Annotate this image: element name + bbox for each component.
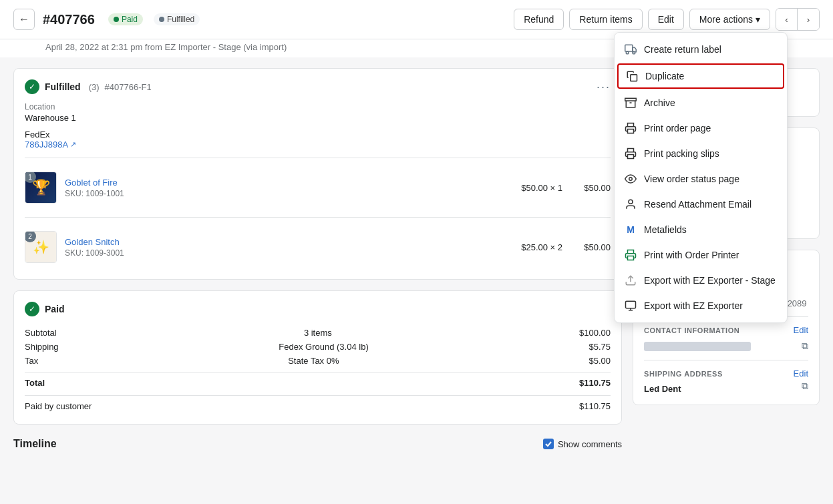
left-column: ✓ Fulfilled (3) #407766-F1 ··· Location …	[13, 68, 622, 493]
tracking-link[interactable]: 786JJ898A ↗	[25, 140, 611, 150]
svg-point-1	[626, 51, 629, 54]
snitch-price: $25.00 × 2	[521, 242, 562, 252]
snitch-thumbnail: 2	[25, 231, 57, 263]
location-row: Location Warehouse 1	[25, 102, 611, 123]
contact-header: CONTACT INFORMATION Edit	[644, 325, 808, 335]
dropdown-label-view-status: View order status page	[644, 174, 739, 184]
more-actions-dropdown: Create return label Duplicate Archive Pr…	[614, 32, 788, 323]
eye-icon	[624, 172, 637, 186]
fulfilled-title: Fulfilled	[45, 81, 81, 92]
shipping-copy-icon[interactable]: ⧉	[802, 381, 808, 392]
dropdown-label-duplicate: Duplicate	[645, 71, 684, 81]
total-label: Total	[25, 378, 45, 388]
return-items-button[interactable]: Return items	[569, 9, 642, 30]
shipping-desc: Fedex Ground (3.04 lb)	[279, 342, 368, 352]
goblet-details: Goblet of Fire SKU: 1009-1001	[65, 177, 513, 198]
snitch-sku: SKU: 1009-3001	[65, 248, 513, 258]
fulfillment-more-button[interactable]: ···	[597, 80, 611, 94]
snitch-total: $50.00	[570, 242, 611, 252]
location-label: Location	[25, 102, 611, 111]
dropdown-item-duplicate[interactable]: Duplicate	[617, 63, 784, 89]
paid-dot	[114, 17, 119, 22]
print-icon-1	[624, 121, 637, 135]
edit-button[interactable]: Edit	[648, 9, 684, 30]
paid-badge: Paid	[108, 13, 143, 25]
goblet-sku: SKU: 1009-1001	[65, 189, 513, 198]
svg-point-9	[629, 200, 633, 204]
payment-row-total: Total $110.75	[25, 372, 611, 390]
paid-card: ✓ Paid Subtotal 3 items $100.00 Shipping…	[13, 290, 622, 425]
subtotal-amount: $100.00	[579, 328, 611, 338]
dropdown-item-export-ez-stage[interactable]: Export with EZ Exporter - Stage	[615, 268, 787, 293]
print-icon-2	[624, 147, 637, 160]
show-comments-label: Show comments	[558, 439, 622, 449]
svg-point-8	[629, 178, 633, 181]
snitch-name-link[interactable]: Golden Snitch	[65, 237, 120, 247]
goblet-price: $50.00 × 1	[521, 183, 562, 193]
shipping-header: SHIPPING ADDRESS Edit	[644, 368, 808, 379]
shipping-name: Led Dent	[644, 384, 808, 394]
paid-header: ✓ Paid	[25, 302, 611, 316]
dropdown-item-metafields[interactable]: M Metafields	[615, 217, 787, 242]
dropdown-item-print-order[interactable]: Print order page	[615, 115, 787, 141]
payment-row-subtotal: Subtotal 3 items $100.00	[25, 326, 611, 340]
dropdown-label-resend-email: Resend Attachment Email	[644, 199, 752, 210]
fulfillment-id: #407766-F1	[105, 82, 152, 92]
chevron-down-icon: ▾	[756, 14, 760, 25]
back-button[interactable]: ←	[13, 9, 35, 30]
dropdown-item-view-status[interactable]: View order status page	[615, 166, 787, 192]
fulfilled-dot	[159, 17, 164, 22]
archive-icon	[624, 96, 637, 109]
svg-rect-10	[628, 256, 634, 260]
svg-rect-4	[625, 98, 637, 101]
carrier-name: FedEx	[25, 130, 611, 140]
tax-amount: $5.00	[589, 356, 611, 366]
dropdown-item-print-packing[interactable]: Print packing slips	[615, 141, 787, 166]
show-comments-checkbox[interactable]	[543, 439, 554, 449]
more-actions-button[interactable]: More actions ▾	[689, 9, 770, 30]
goblet-total: $50.00	[570, 183, 611, 193]
person-icon	[624, 198, 637, 211]
fulfilled-badge: Fulfilled	[154, 13, 200, 25]
shipping-amount: $5.75	[589, 342, 611, 352]
contact-title: CONTACT INFORMATION	[644, 326, 739, 334]
tax-label: Tax	[25, 356, 38, 366]
monitor-icon	[624, 299, 637, 312]
dropdown-label-print-order-printer: Print with Order Printer	[644, 250, 739, 260]
paid-by-amount: $110.75	[579, 401, 611, 411]
goblet-name-link[interactable]: Goblet of Fire	[65, 178, 118, 188]
contact-blurred-email	[644, 342, 751, 351]
paid-title: Paid	[45, 304, 65, 314]
dropdown-item-create-return-label[interactable]: Create return label	[615, 37, 787, 62]
copy-icon[interactable]: ⧉	[802, 340, 808, 352]
svg-point-2	[633, 51, 635, 54]
svg-rect-3	[631, 75, 637, 81]
show-comments-toggle[interactable]: Show comments	[543, 439, 622, 449]
dropdown-item-print-order-printer[interactable]: Print with Order Printer	[615, 242, 787, 268]
paid-by-label: Paid by customer	[25, 401, 92, 411]
dropdown-label-print-order: Print order page	[644, 123, 711, 134]
svg-rect-6	[628, 130, 634, 134]
paid-check-icon: ✓	[25, 302, 39, 316]
payment-row-tax: Tax State Tax 0% $5.00	[25, 354, 611, 368]
product-row-goblet: 1 Goblet of Fire SKU: 1009-1001 $50.00 ×…	[25, 166, 611, 209]
tax-desc: State Tax 0%	[288, 356, 339, 366]
timeline-title: Timeline	[13, 438, 57, 450]
nav-arrows: ‹ ›	[776, 8, 820, 31]
shipping-title: SHIPPING ADDRESS	[644, 370, 723, 378]
location-value: Warehouse 1	[25, 113, 611, 123]
prev-order-button[interactable]: ‹	[776, 9, 798, 30]
dropdown-item-resend-email[interactable]: Resend Attachment Email	[615, 192, 787, 217]
dropdown-item-export-ez[interactable]: Export with EZ Exporter	[615, 293, 787, 318]
dropdown-label-export-ez: Export with EZ Exporter	[644, 300, 743, 311]
carrier-row: FedEx 786JJ898A ↗	[25, 130, 611, 150]
shipping-edit-link[interactable]: Edit	[794, 368, 808, 379]
next-order-button[interactable]: ›	[798, 9, 819, 30]
refund-button[interactable]: Refund	[514, 9, 564, 30]
dropdown-item-archive[interactable]: Archive	[615, 90, 787, 115]
order-id: #407766	[43, 12, 95, 27]
contact-edit-link[interactable]: Edit	[794, 325, 808, 335]
payment-table: Subtotal 3 items $100.00 Shipping Fedex …	[25, 326, 611, 413]
total-amount: $110.75	[579, 378, 611, 388]
payment-row-shipping: Shipping Fedex Ground (3.04 lb) $5.75	[25, 340, 611, 354]
